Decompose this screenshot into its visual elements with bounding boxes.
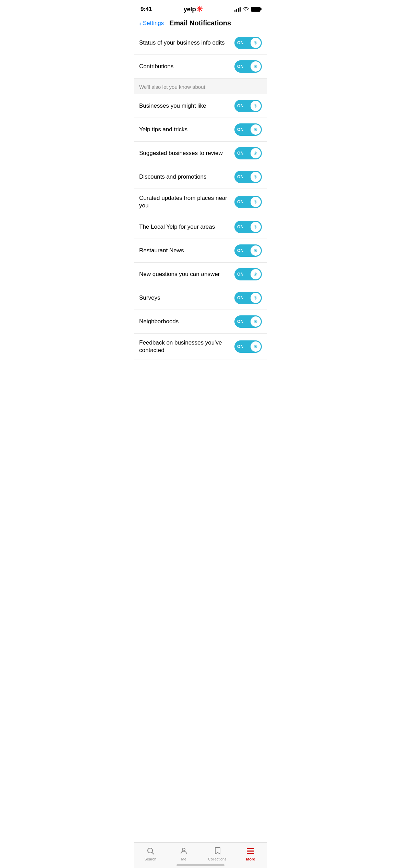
back-chevron-icon: ‹ [139,20,142,27]
item-label-feedback: Feedback on businesses you've contacted [139,339,234,354]
signal-icon [234,7,241,12]
list-item: Contributions ON ✳ [134,55,267,79]
toggle-knob: ✳ [251,222,261,232]
item-label-surveys: Surveys [139,294,234,302]
list-item: Neighborhoods ON ✳ [134,310,267,334]
toggle-on-label: ON [237,272,244,277]
yelp-logo: yelp ✳ [183,5,203,14]
back-button[interactable]: ‹ Settings [139,20,164,27]
list-item: The Local Yelp for your areas ON ✳ [134,215,267,239]
toggle-on-label: ON [237,151,244,156]
yelp-knob-icon: ✳ [254,319,258,324]
yelp-knob-icon: ✳ [254,200,258,204]
section-divider: We'll also let you know about: [134,79,267,94]
yelp-knob-icon: ✳ [254,344,258,349]
toggle-knob: ✳ [251,101,261,111]
toggle-suggested-businesses[interactable]: ON ✳ [234,147,262,159]
toggle-contributions[interactable]: ON ✳ [234,60,262,73]
toggle-on-label: ON [237,127,244,132]
list-item: Curated updates from places near you ON … [134,189,267,215]
toggle-on-label: ON [237,40,244,45]
toggle-knob: ✳ [251,316,261,327]
back-label: Settings [143,20,164,27]
yelp-knob-icon: ✳ [254,127,258,132]
toggle-on-label: ON [237,344,244,349]
list-item: Feedback on businesses you've contacted … [134,334,267,360]
battery-icon [251,7,260,12]
yelp-knob-icon: ✳ [254,296,258,300]
list-item: Discounts and promotions ON ✳ [134,165,267,189]
toggle-business-edits[interactable]: ON ✳ [234,37,262,49]
toggle-on-label: ON [237,319,244,324]
yelp-text: yelp [183,5,196,13]
item-label-yelp-tips: Yelp tips and tricks [139,126,234,133]
page-title: Email Notifications [169,19,231,27]
yelp-star-icon: ✳ [196,5,203,14]
content-area: Status of your business info edits ON ✳ … [134,31,267,401]
toggle-on-label: ON [237,296,244,300]
item-label-curated-updates: Curated updates from places near you [139,194,234,209]
yelp-knob-icon: ✳ [254,151,258,156]
list-item: Surveys ON ✳ [134,286,267,310]
toggle-knob: ✳ [251,148,261,158]
list-item: Status of your business info edits ON ✳ [134,31,267,55]
bottom-settings-list: Businesses you might like ON ✳ Yelp tips… [134,94,267,360]
toggle-knob: ✳ [251,341,261,352]
toggle-on-label: ON [237,248,244,253]
list-item: New questions you can answer ON ✳ [134,263,267,286]
item-label-suggested-businesses: Suggested businesses to review [139,149,234,157]
toggle-businesses-might-like[interactable]: ON ✳ [234,100,262,112]
toggle-on-label: ON [237,225,244,229]
nav-header: ‹ Settings Email Notifications [134,16,267,31]
toggle-knob: ✳ [251,197,261,207]
yelp-knob-icon: ✳ [254,248,258,253]
toggle-local-yelp[interactable]: ON ✳ [234,221,262,233]
top-settings-list: Status of your business info edits ON ✳ … [134,31,267,79]
status-time: 9:41 [141,6,152,13]
list-item: Suggested businesses to review ON ✳ [134,142,267,165]
toggle-neighborhoods[interactable]: ON ✳ [234,315,262,328]
toggle-on-label: ON [237,104,244,108]
item-label-local-yelp: The Local Yelp for your areas [139,223,234,231]
list-item: Businesses you might like ON ✳ [134,94,267,118]
toggle-on-label: ON [237,174,244,179]
section-divider-text: We'll also let you know about: [139,84,207,90]
toggle-on-label: ON [237,64,244,69]
toggle-knob: ✳ [251,293,261,303]
yelp-knob-icon: ✳ [254,174,258,179]
toggle-knob: ✳ [251,38,261,48]
toggle-on-label: ON [237,200,244,204]
toggle-new-questions[interactable]: ON ✳ [234,268,262,280]
toggle-knob: ✳ [251,124,261,135]
yelp-knob-icon: ✳ [254,64,258,69]
toggle-surveys[interactable]: ON ✳ [234,292,262,304]
list-item: Yelp tips and tricks ON ✳ [134,118,267,142]
item-label-business-edits: Status of your business info edits [139,39,234,47]
list-item: Restaurant News ON ✳ [134,239,267,263]
toggle-knob: ✳ [251,245,261,256]
toggle-knob: ✳ [251,269,261,279]
item-label-new-questions: New questions you can answer [139,270,234,278]
status-icons [234,7,260,12]
yelp-knob-icon: ✳ [254,225,258,229]
item-label-contributions: Contributions [139,63,234,70]
item-label-restaurant-news: Restaurant News [139,247,234,254]
item-label-neighborhoods: Neighborhoods [139,318,234,325]
yelp-knob-icon: ✳ [254,104,258,108]
bottom-fade [134,357,267,370]
toggle-yelp-tips[interactable]: ON ✳ [234,123,262,136]
yelp-knob-icon: ✳ [254,40,258,45]
toggle-curated-updates[interactable]: ON ✳ [234,196,262,208]
toggle-knob: ✳ [251,61,261,72]
toggle-feedback[interactable]: ON ✳ [234,340,262,353]
wifi-icon [243,7,249,12]
toggle-restaurant-news[interactable]: ON ✳ [234,244,262,257]
item-label-businesses-might-like: Businesses you might like [139,102,234,110]
yelp-knob-icon: ✳ [254,272,258,277]
status-bar: 9:41 yelp ✳ [134,0,267,16]
toggle-knob: ✳ [251,172,261,182]
toggle-discounts[interactable]: ON ✳ [234,171,262,183]
item-label-discounts: Discounts and promotions [139,173,234,181]
